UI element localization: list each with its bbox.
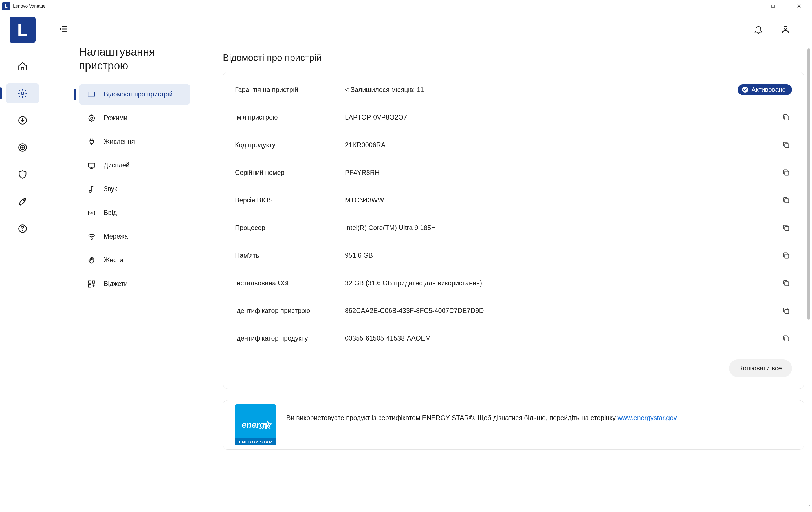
row-storage: Пам'ять951.6 GB [235, 242, 792, 269]
maximize-button[interactable] [760, 0, 786, 12]
row-label: Серійний номер [235, 169, 339, 177]
notifications-button[interactable] [752, 23, 765, 36]
subnav-item-modes[interactable]: Режими [79, 108, 190, 128]
toggle-sidebar-button[interactable] [58, 24, 69, 35]
svg-rect-34 [785, 116, 789, 120]
row-product-code: Код продукту21KR0006RA [235, 131, 792, 159]
user-icon [781, 25, 790, 34]
row-label: Версія BIOS [235, 197, 339, 204]
top-row [45, 12, 812, 46]
laptop-icon [87, 90, 96, 99]
rail-target[interactable] [6, 138, 39, 157]
maximize-icon [770, 3, 776, 9]
copy-icon [782, 279, 790, 287]
chevron-down-icon [807, 504, 811, 508]
rail-help[interactable] [6, 219, 39, 239]
subnav-item-network[interactable]: Мережа [79, 226, 190, 247]
brand-logo[interactable]: L [9, 17, 35, 43]
svg-point-11 [22, 230, 23, 231]
svg-rect-35 [785, 144, 789, 147]
svg-point-18 [89, 115, 94, 121]
wifi-icon [87, 232, 96, 241]
subnav-item-device-info[interactable]: Відомості про пристрій [79, 84, 190, 105]
rocket-icon [18, 197, 28, 207]
copy-button-ram[interactable] [780, 277, 792, 289]
svg-point-9 [23, 200, 25, 201]
row-warranty: Гарантія на пристрій < Залишилося місяці… [235, 76, 792, 103]
energy-star-link[interactable]: www.energystar.gov [617, 414, 677, 421]
svg-rect-1 [772, 5, 775, 8]
scrollbar-thumb[interactable] [808, 49, 810, 320]
row-device-name: Ім'я пристроюLAPTOP-0VP8O2O7 [235, 103, 792, 131]
subnav-item-widgets[interactable]: Віджети [79, 273, 190, 294]
subnav-label: Жести [104, 256, 123, 265]
copy-button-product-id[interactable] [780, 332, 792, 344]
row-value: LAPTOP-0VP8O2O7 [345, 114, 775, 121]
row-value: 862CAA2E-C06B-433F-8FC5-4007C7DE7D9D [345, 307, 775, 314]
copy-button-bios[interactable] [780, 194, 792, 206]
row-value: 951.6 GB [345, 252, 775, 260]
copy-button-cpu[interactable] [780, 222, 792, 234]
row-label: Гарантія на пристрій [235, 86, 339, 94]
hand-icon [87, 255, 96, 265]
rail-settings[interactable] [6, 84, 39, 103]
copy-button-storage[interactable] [780, 249, 792, 261]
row-value: 00355-61505-41538-AAOEM [345, 335, 775, 342]
subnav-item-power[interactable]: Живлення [79, 131, 190, 152]
energy-star-card: energy ENERGY STAR Ви використовуєте про… [223, 400, 804, 450]
target-icon [18, 142, 28, 153]
row-cpu: ПроцесорIntel(R) Core(TM) Ultra 9 185H [235, 214, 792, 242]
svg-point-4 [21, 92, 24, 95]
copy-all-button[interactable]: Копіювати все [729, 359, 792, 377]
close-button[interactable] [786, 0, 812, 12]
subnav-item-sound[interactable]: Звук [79, 179, 190, 200]
copy-button-serial[interactable] [780, 167, 792, 178]
menu-collapse-icon [58, 24, 69, 34]
row-bios: Версія BIOSMTCN43WW [235, 186, 792, 214]
subnav-item-gestures[interactable]: Жести [79, 250, 190, 271]
subnav-item-display[interactable]: Дисплей [79, 155, 190, 176]
row-product-id: Ідентифікатор продукту00355-61505-41538-… [235, 325, 792, 352]
plug-icon [87, 137, 96, 147]
gear-icon [18, 88, 28, 98]
warranty-status-badge[interactable]: Активовано [737, 84, 792, 95]
app-icon: L [2, 2, 10, 10]
nav-rail: L [0, 12, 45, 512]
svg-rect-36 [785, 171, 789, 175]
copy-icon [782, 251, 790, 260]
rail-downloads[interactable] [6, 111, 39, 130]
minimize-button[interactable] [734, 0, 760, 12]
rail-home[interactable] [6, 56, 39, 76]
row-label: Процесор [235, 224, 339, 232]
copy-icon [782, 113, 790, 121]
subnav-label: Живлення [104, 137, 135, 146]
copy-icon [782, 224, 790, 232]
row-value: PF4YR8RH [345, 169, 775, 177]
display-icon [87, 161, 96, 170]
row-label: Інстальована ОЗП [235, 279, 339, 287]
star-outline-icon [263, 420, 273, 430]
copy-button-device-id[interactable] [780, 305, 792, 317]
check-circle-icon [742, 86, 749, 93]
copy-button-product-code[interactable] [780, 139, 792, 151]
subnav-label: Дисплей [104, 161, 129, 170]
energy-star-logo: energy ENERGY STAR [235, 404, 276, 446]
svg-rect-38 [785, 227, 789, 230]
svg-rect-20 [89, 163, 95, 167]
row-label: Ім'я пристрою [235, 114, 339, 121]
scrollbar-down-button[interactable] [807, 503, 811, 509]
account-button[interactable] [779, 23, 792, 36]
keyboard-icon [87, 208, 96, 218]
widgets-icon [87, 279, 96, 289]
home-icon [18, 61, 28, 71]
scrollbar[interactable] [807, 49, 811, 501]
svg-rect-37 [785, 199, 789, 203]
rail-boost[interactable] [6, 192, 39, 211]
energy-star-text: Ви використовуєте продукт із сертифікато… [286, 404, 677, 423]
copy-icon [782, 141, 790, 149]
subnav-label: Мережа [104, 232, 128, 241]
copy-icon [782, 196, 790, 204]
rail-security[interactable] [6, 164, 39, 184]
copy-button-device-name[interactable] [780, 111, 792, 123]
subnav-item-input[interactable]: Ввід [79, 203, 190, 223]
